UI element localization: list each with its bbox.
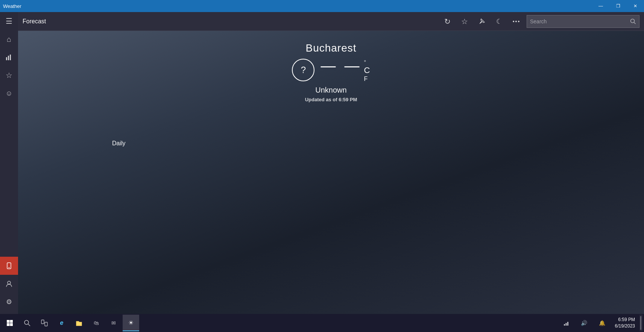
temp-units: ° C F [364,58,370,82]
svg-rect-3 [7,263,11,269]
weather-updated: Updated as of 6:59 PM [305,97,357,102]
taskbar: e 🛍 ✉ ☀ 🔊 🔔 6:59 PM 6/19/2023 [0,314,644,332]
app-container: ☰ ⌂ ☆ ☺ [0,12,644,314]
sidebar-top: ☰ ⌂ ☆ ☺ [0,12,18,257]
temp-celsius: C [364,66,370,75]
night-mode-button[interactable]: ☽ [492,14,506,29]
sidebar-bottom: ⚙ [0,257,18,314]
show-desktop-button[interactable] [639,315,642,331]
taskview-button[interactable] [36,315,53,331]
sidebar-favorites-btn[interactable]: ☆ [0,66,18,84]
taskbar-search-button[interactable] [19,315,35,331]
notification-icon[interactable]: 🔔 [594,315,611,331]
edge-button[interactable]: e [53,315,70,331]
temp-display: — — ° C F [320,58,370,82]
svg-point-13 [24,320,29,324]
speaker-icon[interactable]: 🔊 [576,315,592,331]
restore-button[interactable]: ❐ [609,0,627,12]
temp-dashes: — — [320,58,361,73]
sidebar-home-btn[interactable]: ⌂ [0,30,18,48]
weather-status-icon: ? [292,59,314,81]
file-explorer-button[interactable] [71,315,87,331]
svg-rect-17 [564,324,565,326]
svg-point-7 [631,19,635,23]
search-box[interactable] [527,15,639,28]
refresh-button[interactable]: ↻ [440,14,454,29]
title-bar-controls: — ❐ ✕ [592,0,644,12]
svg-point-5 [8,281,11,284]
close-button[interactable]: ✕ [627,0,644,12]
taskbar-right: 🔊 🔔 6:59 PM 6/19/2023 [558,315,642,331]
sidebar: ☰ ⌂ ☆ ☺ [0,12,18,314]
minimize-button[interactable]: — [592,0,609,12]
svg-rect-19 [567,322,568,326]
app-header: Forecast ↻ ☆ ☽ ••• [18,12,644,31]
start-button[interactable] [2,315,18,331]
sidebar-settings-btn[interactable]: ⚙ [0,293,18,311]
weather-area: Bucharest ? — — ° C F [18,31,644,314]
app-title: Weather [3,3,21,9]
favorite-button[interactable]: ☆ [457,14,472,29]
svg-rect-4 [8,267,10,268]
svg-line-8 [634,22,636,24]
more-button[interactable]: ••• [509,14,524,29]
network-icon[interactable] [558,315,574,331]
sidebar-menu-btn[interactable]: ☰ [0,12,18,30]
svg-rect-0 [6,57,7,60]
title-bar-left: Weather [3,3,21,9]
sidebar-news-btn[interactable]: ☺ [0,84,18,102]
svg-rect-12 [10,323,13,326]
weather-app-button[interactable]: ☀ [123,315,139,331]
weather-temp-row: ? — — ° C F [292,58,370,82]
search-icon [630,18,636,24]
svg-rect-9 [7,320,10,323]
title-bar: Weather — ❐ ✕ [0,0,644,12]
mail-button[interactable]: ✉ [105,315,122,331]
degree-symbol: ° [364,59,370,65]
page-title: Forecast [23,18,46,25]
city-name: Bucharest [305,42,356,54]
search-input[interactable] [530,18,630,24]
sidebar-phone-btn[interactable] [0,257,18,275]
svg-rect-1 [8,56,9,60]
svg-line-14 [28,324,30,326]
sidebar-account-btn[interactable] [0,275,18,293]
main-content: Forecast ↻ ☆ ☽ ••• Bu [18,12,644,314]
store-button[interactable]: 🛍 [88,315,105,331]
pin-button[interactable] [475,14,489,29]
sidebar-chart-btn[interactable] [0,48,18,66]
svg-rect-18 [565,323,567,326]
svg-rect-11 [7,323,10,326]
svg-rect-10 [10,320,13,323]
weather-status: Unknown [315,86,346,94]
clock-date: 6/19/2023 [615,323,635,329]
clock-time: 6:59 PM [615,317,635,323]
svg-rect-16 [45,322,47,326]
temp-fahrenheit: F [364,76,370,82]
taskbar-time[interactable]: 6:59 PM 6/19/2023 [612,317,638,329]
svg-rect-2 [10,55,11,60]
weather-center: Bucharest ? — — ° C F [18,31,644,102]
svg-rect-15 [41,320,44,324]
daily-label: Daily [112,140,126,147]
